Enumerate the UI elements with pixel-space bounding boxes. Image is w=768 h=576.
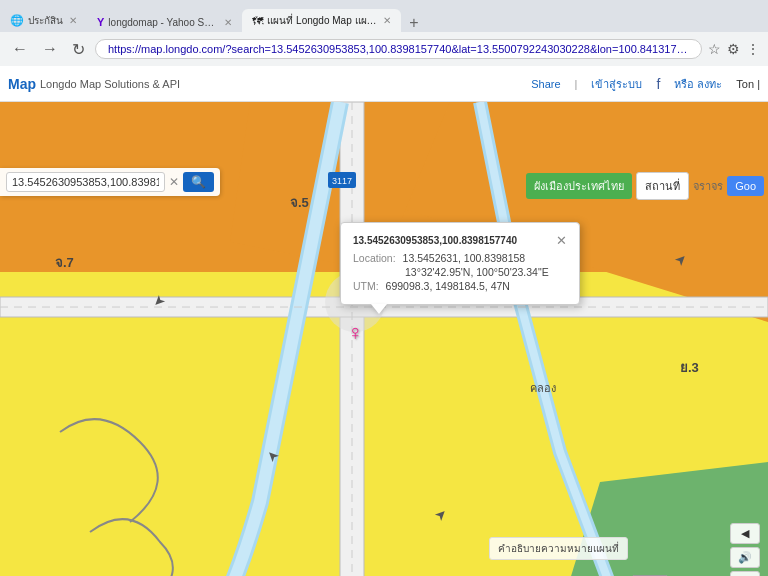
- popup-location-value: 13.5452631, 100.8398158: [403, 252, 526, 264]
- svg-text:คลอง: คลอง: [530, 382, 556, 394]
- tab-bar: 🌐 ประกัสิน ✕ Y longdomap - Yahoo Search …: [0, 0, 768, 32]
- logo-area: Map Longdo Map Solutions & API: [8, 76, 180, 92]
- search-row: ✕ 🔍: [0, 168, 220, 196]
- popup-utm-value: 699098.3, 1498184.5, 47N: [386, 280, 510, 292]
- toolbar-sep1: |: [575, 78, 578, 90]
- popup-close-button[interactable]: ✕: [556, 233, 567, 248]
- tab3-close[interactable]: ✕: [383, 15, 391, 26]
- popup-location-label: Location:: [353, 252, 396, 264]
- facebook-icon: f: [656, 76, 660, 92]
- top-right-controls: ผังเมืองประเทศไทย สถานที่ จราจร Goo: [522, 168, 768, 204]
- share-button[interactable]: Share: [525, 76, 566, 92]
- popup-title-row: 13.5452630953853,100.8398157740 ✕: [353, 233, 567, 248]
- popup-arrow: [371, 304, 387, 314]
- search-button[interactable]: 🔍: [183, 172, 214, 192]
- browser-chrome: 🌐 ประกัสิน ✕ Y longdomap - Yahoo Search …: [0, 0, 768, 102]
- tab-2[interactable]: Y longdomap - Yahoo Search Res... ✕: [87, 12, 242, 32]
- svg-text:ย.3: ย.3: [680, 360, 699, 375]
- tab1-favicon: 🌐: [10, 14, 24, 27]
- popup-dms-value: 13°32'42.95'N, 100°50'23.34"E: [405, 266, 549, 278]
- address-text: https://map.longdo.com/?search=13.545263…: [108, 43, 702, 55]
- search-clear-button[interactable]: ✕: [169, 175, 179, 189]
- bottom-right-buttons: ◀ 🔊 ✕: [730, 523, 760, 576]
- reload-button[interactable]: ↻: [68, 38, 89, 61]
- forward-button[interactable]: →: [38, 38, 62, 60]
- or-divider: จราจร: [693, 177, 723, 195]
- svg-text:จ.5: จ.5: [290, 195, 309, 210]
- popup-title-text: 13.5452630953853,100.8398157740: [353, 235, 517, 246]
- tab1-close[interactable]: ✕: [69, 15, 77, 26]
- map-action-btn-2[interactable]: 🔊: [730, 547, 760, 568]
- address-bar-row: ← → ↻ https://map.longdo.com/?search=13.…: [0, 32, 768, 66]
- back-button[interactable]: ←: [8, 38, 32, 60]
- svg-text:3117: 3117: [332, 176, 352, 186]
- tab3-label: แผนที่ Longdo Map แผนที่ประเทย...: [267, 13, 377, 28]
- logo-map: Map: [8, 76, 36, 92]
- popup-utm-label: UTM:: [353, 280, 379, 292]
- popup-utm-row: UTM: 699098.3, 1498184.5, 47N: [353, 280, 567, 292]
- menu-button[interactable]: ⋮: [746, 41, 760, 57]
- popup-dms-row: 13°32'42.95'N, 100°50'23.34"E: [353, 266, 567, 278]
- tab1-label: ประกัสิน: [28, 13, 63, 28]
- map-pin: ♀: [347, 320, 364, 346]
- map-toolbar: Map Longdo Map Solutions & API Share | เ…: [0, 66, 768, 102]
- extensions-button[interactable]: ⚙: [727, 41, 740, 57]
- tab2-favicon: Y: [97, 16, 104, 28]
- search-input[interactable]: [6, 172, 165, 192]
- map-container[interactable]: ➤ ➤ ➤ ➤ ➤ 3117 จ.7 จ.5 จ.5 ย.3 คลอง ทางห…: [0, 102, 768, 576]
- help-button[interactable]: หรือ ลงทะ: [668, 73, 728, 95]
- tab2-label: longdomap - Yahoo Search Res...: [108, 17, 218, 28]
- google-button[interactable]: Goo: [727, 176, 764, 196]
- map-action-btn-1[interactable]: ◀: [730, 523, 760, 544]
- map-action-btn-3[interactable]: ✕: [730, 571, 760, 576]
- tab3-favicon: 🗺: [252, 15, 263, 27]
- bookmark-button[interactable]: ☆: [708, 41, 721, 57]
- add-tab-button[interactable]: +: [401, 14, 426, 32]
- tab-3[interactable]: 🗺 แผนที่ Longdo Map แผนที่ประเทย... ✕: [242, 9, 401, 32]
- login-button[interactable]: เข้าสู่ระบบ: [585, 73, 648, 95]
- logo-subtitle: Longdo Map Solutions & API: [40, 78, 180, 90]
- svg-text:จ.7: จ.7: [55, 255, 74, 270]
- country-map-button[interactable]: ผังเมืองประเทศไทย: [526, 173, 632, 199]
- bottom-label[interactable]: คำอธิบายความหมายแผนที่: [489, 537, 628, 560]
- ton-label: Ton |: [736, 78, 760, 90]
- bottom-label-text: คำอธิบายความหมายแผนที่: [498, 543, 619, 554]
- tab-1[interactable]: 🌐 ประกัสิน ✕: [0, 9, 87, 32]
- address-bar[interactable]: https://map.longdo.com/?search=13.545263…: [95, 39, 702, 59]
- tab2-close[interactable]: ✕: [224, 17, 232, 28]
- station-button[interactable]: สถานที่: [636, 172, 689, 200]
- map-popup: 13.5452630953853,100.8398157740 ✕ Locati…: [340, 222, 580, 305]
- popup-location-row: Location: 13.5452631, 100.8398158: [353, 252, 567, 264]
